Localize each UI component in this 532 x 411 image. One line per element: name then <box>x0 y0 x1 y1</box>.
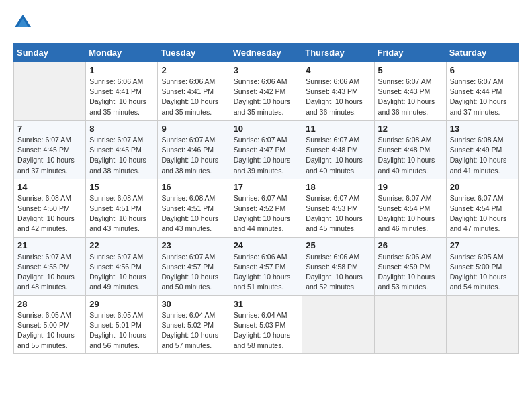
day-info: Sunrise: 6:06 AMSunset: 4:42 PMDaylight:… <box>234 77 299 118</box>
day-number: 6 <box>450 65 515 75</box>
calendar-cell: 30Sunrise: 6:04 AMSunset: 5:02 PMDayligh… <box>158 295 230 354</box>
calendar-week-4: 28Sunrise: 6:05 AMSunset: 5:00 PMDayligh… <box>14 295 519 354</box>
calendar-week-1: 7Sunrise: 6:07 AMSunset: 4:45 PMDaylight… <box>14 120 519 179</box>
day-info: Sunrise: 6:05 AMSunset: 5:00 PMDaylight:… <box>450 252 515 293</box>
calendar-cell: 31Sunrise: 6:04 AMSunset: 5:03 PMDayligh… <box>230 295 302 354</box>
calendar-cell <box>374 295 446 354</box>
day-number: 12 <box>378 124 443 134</box>
day-number: 18 <box>306 182 370 192</box>
weekday-header-thursday: Thursday <box>302 44 374 62</box>
day-info: Sunrise: 6:06 AMSunset: 4:41 PMDaylight:… <box>89 77 154 118</box>
calendar-cell: 6Sunrise: 6:07 AMSunset: 4:44 PMDaylight… <box>446 62 518 121</box>
day-number: 4 <box>306 65 370 75</box>
calendar-cell <box>446 295 518 354</box>
day-info: Sunrise: 6:07 AMSunset: 4:52 PMDaylight:… <box>234 193 299 234</box>
day-info: Sunrise: 6:04 AMSunset: 5:02 PMDaylight:… <box>161 310 226 351</box>
day-info: Sunrise: 6:06 AMSunset: 4:57 PMDaylight:… <box>234 252 299 293</box>
day-info: Sunrise: 6:06 AMSunset: 4:41 PMDaylight:… <box>161 77 226 118</box>
calendar-cell: 15Sunrise: 6:08 AMSunset: 4:51 PMDayligh… <box>86 179 158 237</box>
day-info: Sunrise: 6:05 AMSunset: 5:01 PMDaylight:… <box>89 310 154 351</box>
calendar-cell: 26Sunrise: 6:06 AMSunset: 4:59 PMDayligh… <box>374 237 446 295</box>
calendar-cell: 12Sunrise: 6:08 AMSunset: 4:48 PMDayligh… <box>374 120 446 179</box>
calendar-cell: 4Sunrise: 6:06 AMSunset: 4:43 PMDaylight… <box>302 62 374 121</box>
weekday-header-friday: Friday <box>374 44 446 62</box>
calendar-cell: 29Sunrise: 6:05 AMSunset: 5:01 PMDayligh… <box>86 295 158 354</box>
day-number: 20 <box>450 182 515 192</box>
day-info: Sunrise: 6:06 AMSunset: 4:43 PMDaylight:… <box>306 77 370 118</box>
day-number: 21 <box>17 240 82 250</box>
day-info: Sunrise: 6:07 AMSunset: 4:45 PMDaylight:… <box>17 135 82 176</box>
day-info: Sunrise: 6:07 AMSunset: 4:54 PMDaylight:… <box>450 193 515 234</box>
day-info: Sunrise: 6:08 AMSunset: 4:48 PMDaylight:… <box>378 135 443 176</box>
day-info: Sunrise: 6:07 AMSunset: 4:56 PMDaylight:… <box>89 252 154 293</box>
day-number: 19 <box>378 182 443 192</box>
day-number: 24 <box>234 240 299 250</box>
calendar-cell: 5Sunrise: 6:07 AMSunset: 4:43 PMDaylight… <box>374 62 446 121</box>
calendar-cell: 8Sunrise: 6:07 AMSunset: 4:45 PMDaylight… <box>86 120 158 179</box>
weekday-header-row: SundayMondayTuesdayWednesdayThursdayFrid… <box>14 44 519 62</box>
day-info: Sunrise: 6:07 AMSunset: 4:47 PMDaylight:… <box>234 135 299 176</box>
calendar-cell: 9Sunrise: 6:07 AMSunset: 4:46 PMDaylight… <box>158 120 230 179</box>
day-number: 29 <box>89 299 154 309</box>
day-number: 23 <box>161 240 226 250</box>
weekday-header-sunday: Sunday <box>14 44 86 62</box>
calendar-cell: 2Sunrise: 6:06 AMSunset: 4:41 PMDaylight… <box>158 62 230 121</box>
day-info: Sunrise: 6:07 AMSunset: 4:54 PMDaylight:… <box>378 193 443 234</box>
day-number: 8 <box>89 124 154 134</box>
day-info: Sunrise: 6:04 AMSunset: 5:03 PMDaylight:… <box>234 310 299 351</box>
day-info: Sunrise: 6:07 AMSunset: 4:44 PMDaylight:… <box>450 77 515 118</box>
calendar-cell: 25Sunrise: 6:06 AMSunset: 4:58 PMDayligh… <box>302 237 374 295</box>
day-info: Sunrise: 6:08 AMSunset: 4:50 PMDaylight:… <box>17 193 82 234</box>
day-info: Sunrise: 6:07 AMSunset: 4:48 PMDaylight:… <box>306 135 370 176</box>
weekday-header-saturday: Saturday <box>446 44 518 62</box>
calendar-cell: 24Sunrise: 6:06 AMSunset: 4:57 PMDayligh… <box>230 237 302 295</box>
day-number: 22 <box>89 240 154 250</box>
day-number: 11 <box>306 124 370 134</box>
day-info: Sunrise: 6:07 AMSunset: 4:45 PMDaylight:… <box>89 135 154 176</box>
calendar-cell: 23Sunrise: 6:07 AMSunset: 4:57 PMDayligh… <box>158 237 230 295</box>
day-number: 27 <box>450 240 515 250</box>
day-number: 2 <box>161 65 226 75</box>
calendar-cell: 11Sunrise: 6:07 AMSunset: 4:48 PMDayligh… <box>302 120 374 179</box>
calendar-cell: 28Sunrise: 6:05 AMSunset: 5:00 PMDayligh… <box>14 295 86 354</box>
day-info: Sunrise: 6:07 AMSunset: 4:55 PMDaylight:… <box>17 252 82 293</box>
calendar-week-2: 14Sunrise: 6:08 AMSunset: 4:50 PMDayligh… <box>14 179 519 237</box>
day-info: Sunrise: 6:07 AMSunset: 4:53 PMDaylight:… <box>306 193 370 234</box>
calendar-cell: 7Sunrise: 6:07 AMSunset: 4:45 PMDaylight… <box>14 120 86 179</box>
calendar-cell: 1Sunrise: 6:06 AMSunset: 4:41 PMDaylight… <box>86 62 158 121</box>
calendar-cell: 21Sunrise: 6:07 AMSunset: 4:55 PMDayligh… <box>14 237 86 295</box>
calendar-cell: 13Sunrise: 6:08 AMSunset: 4:49 PMDayligh… <box>446 120 518 179</box>
calendar-cell: 18Sunrise: 6:07 AMSunset: 4:53 PMDayligh… <box>302 179 374 237</box>
weekday-header-monday: Monday <box>86 44 158 62</box>
day-number: 17 <box>234 182 299 192</box>
calendar-cell: 3Sunrise: 6:06 AMSunset: 4:42 PMDaylight… <box>230 62 302 121</box>
day-info: Sunrise: 6:07 AMSunset: 4:46 PMDaylight:… <box>161 135 226 176</box>
calendar-week-0: 1Sunrise: 6:06 AMSunset: 4:41 PMDaylight… <box>14 62 519 121</box>
calendar-cell: 16Sunrise: 6:08 AMSunset: 4:51 PMDayligh… <box>158 179 230 237</box>
calendar-cell: 17Sunrise: 6:07 AMSunset: 4:52 PMDayligh… <box>230 179 302 237</box>
logo-icon <box>13 13 32 32</box>
day-info: Sunrise: 6:06 AMSunset: 4:58 PMDaylight:… <box>306 252 370 293</box>
day-number: 7 <box>17 124 82 134</box>
weekday-header-tuesday: Tuesday <box>158 44 230 62</box>
day-number: 30 <box>161 299 226 309</box>
calendar-cell: 14Sunrise: 6:08 AMSunset: 4:50 PMDayligh… <box>14 179 86 237</box>
day-number: 13 <box>450 124 515 134</box>
day-info: Sunrise: 6:05 AMSunset: 5:00 PMDaylight:… <box>17 310 82 351</box>
day-number: 10 <box>234 124 299 134</box>
day-info: Sunrise: 6:07 AMSunset: 4:43 PMDaylight:… <box>378 77 443 118</box>
day-info: Sunrise: 6:08 AMSunset: 4:51 PMDaylight:… <box>89 193 154 234</box>
calendar-cell <box>302 295 374 354</box>
day-number: 14 <box>17 182 82 192</box>
day-info: Sunrise: 6:07 AMSunset: 4:57 PMDaylight:… <box>161 252 226 293</box>
day-info: Sunrise: 6:08 AMSunset: 4:51 PMDaylight:… <box>161 193 226 234</box>
day-number: 9 <box>161 124 226 134</box>
calendar-cell: 20Sunrise: 6:07 AMSunset: 4:54 PMDayligh… <box>446 179 518 237</box>
calendar-week-3: 21Sunrise: 6:07 AMSunset: 4:55 PMDayligh… <box>14 237 519 295</box>
calendar-cell: 22Sunrise: 6:07 AMSunset: 4:56 PMDayligh… <box>86 237 158 295</box>
day-number: 1 <box>89 65 154 75</box>
weekday-header-wednesday: Wednesday <box>230 44 302 62</box>
calendar-cell <box>14 62 86 121</box>
day-number: 31 <box>234 299 299 309</box>
logo <box>13 13 35 32</box>
